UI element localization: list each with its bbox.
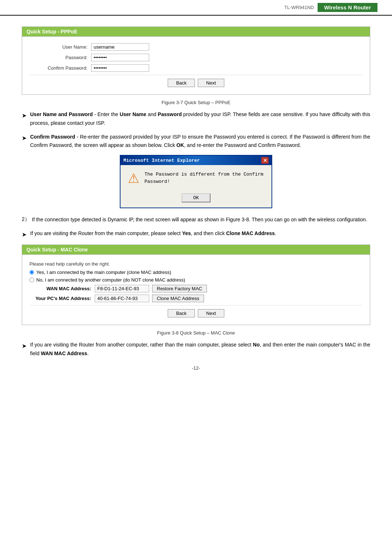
mac-clone-setup-box: Quick Setup - MAC Clone Please read help… <box>22 245 370 325</box>
username-input[interactable] <box>91 43 149 51</box>
pppoe-setup-box: Quick Setup - PPPoE User Name: Password:… <box>22 26 370 95</box>
radio-no[interactable] <box>29 278 34 282</box>
username-label: User Name: <box>29 44 87 50</box>
fig8-caption: Figure 3-8 Quick Setup – MAC Clone <box>22 330 370 336</box>
ie-dialog-close-button[interactable]: ✕ <box>261 157 269 164</box>
pppoe-back-button[interactable]: Back <box>168 79 195 87</box>
bullet-text-2: Confirm Password - Re-enter the password… <box>30 133 370 150</box>
mac-clone-help-text: Please read help carefully on the right. <box>29 261 363 267</box>
bold-no: No <box>253 342 260 348</box>
radio-no-row: No, I am connected by another computer (… <box>29 277 363 283</box>
wan-mac-row: WAN MAC Address: Restore Factory MAC <box>29 285 363 292</box>
num-item-2: 2） If the connection type detected is Dy… <box>22 216 370 224</box>
bullet-arrow-2: ➤ <box>22 133 26 143</box>
mac-clone-btn-row: Back Next <box>29 305 363 320</box>
clone-mac-address-button[interactable]: Clone MAC Address <box>152 295 204 302</box>
confirm-password-row: Confirm Password: <box>29 64 363 72</box>
product-title: Wireless N Router <box>318 3 377 12</box>
num-label-2: 2） <box>22 216 30 223</box>
bullet-item-3: ➤ If you are visiting the Router from th… <box>22 229 370 239</box>
radio-no-label: No, I am connected by another computer (… <box>36 277 185 283</box>
bold-username: User Name <box>120 111 146 117</box>
bullet-item-4: ➤ If you are visiting the Router from an… <box>22 341 370 358</box>
page-header: TL-WR941ND Wireless N Router <box>0 0 392 16</box>
password-label: Password: <box>29 55 87 60</box>
bold-confirm-password: Confirm Password <box>30 134 75 140</box>
confirm-password-label: Confirm Password: <box>29 65 87 71</box>
ie-dialog-footer: OK <box>121 192 271 208</box>
ie-dialog: Microsoft Internet Explorer ✕ ⚠ The Pass… <box>120 155 272 208</box>
pc-mac-label: Your PC's MAC Address: <box>29 296 91 301</box>
mac-clone-back-button[interactable]: Back <box>168 309 195 317</box>
ie-dialog-header: Microsoft Internet Explorer ✕ <box>121 156 271 165</box>
pppoe-btn-row: Back Next <box>29 75 363 89</box>
ie-ok-button[interactable]: OK <box>181 193 211 202</box>
radio-yes-row: Yes, I am connected by the main computer… <box>29 270 363 275</box>
bullet-arrow-3: ➤ <box>22 230 26 239</box>
wan-mac-input[interactable] <box>95 285 149 292</box>
pppoe-next-button[interactable]: Next <box>198 79 224 87</box>
page-number: -12- <box>22 365 370 371</box>
bullet-text-1: User Name and Password - Enter the User … <box>30 110 370 128</box>
radio-yes[interactable] <box>29 270 34 275</box>
bold-username-password: User Name and Password <box>30 111 93 117</box>
model-name: TL-WR941ND <box>284 5 314 10</box>
num-text-2: If the connection type detected is Dynam… <box>32 216 370 224</box>
bullet-text-3: If you are visiting the Router from the … <box>30 229 370 238</box>
bold-yes: Yes <box>182 230 191 236</box>
bold-password: Password <box>158 111 182 117</box>
pc-mac-row: Your PC's MAC Address: Clone MAC Address <box>29 295 363 302</box>
ie-dialog-body: ⚠ The Password is different from the Con… <box>121 165 271 192</box>
ie-dialog-title: Microsoft Internet Explorer <box>123 158 200 163</box>
restore-factory-mac-button[interactable]: Restore Factory MAC <box>152 285 207 292</box>
password-input[interactable] <box>91 54 149 61</box>
pppoe-box-body: User Name: Password: Confirm Password: B… <box>22 37 370 94</box>
mac-clone-box-body: Please read help carefully on the right.… <box>22 255 370 325</box>
ie-dialog-message: The Password is different from the Confi… <box>144 171 264 185</box>
confirm-password-input[interactable] <box>91 64 149 72</box>
bullet-text-4: If you are visiting the Router from anot… <box>30 341 370 358</box>
radio-yes-label: Yes, I am connected by the main computer… <box>36 270 171 275</box>
fig7-caption: Figure 3-7 Quick Setup – PPPoE <box>22 100 370 105</box>
bullet-item-2: ➤ Confirm Password - Re-enter the passwo… <box>22 133 370 150</box>
warning-icon: ⚠ <box>128 171 139 186</box>
bold-ok: OK <box>176 142 184 148</box>
wan-mac-label: WAN MAC Address: <box>29 286 91 291</box>
bullet-item-1: ➤ User Name and Password - Enter the Use… <box>22 110 370 128</box>
bold-clone-mac: Clone MAC Address <box>226 230 275 236</box>
main-content: Quick Setup - PPPoE User Name: Password:… <box>0 23 392 382</box>
username-row: User Name: <box>29 43 363 51</box>
pc-mac-input[interactable] <box>95 295 149 302</box>
password-row: Password: <box>29 54 363 61</box>
bullet-arrow-1: ➤ <box>22 111 26 120</box>
bold-wan-mac-address: WAN MAC Address <box>41 350 87 356</box>
bullet-arrow-4: ➤ <box>22 341 26 351</box>
pppoe-box-header: Quick Setup - PPPoE <box>22 27 370 37</box>
mac-clone-next-button[interactable]: Next <box>198 309 224 317</box>
mac-clone-box-header: Quick Setup - MAC Clone <box>22 245 370 255</box>
